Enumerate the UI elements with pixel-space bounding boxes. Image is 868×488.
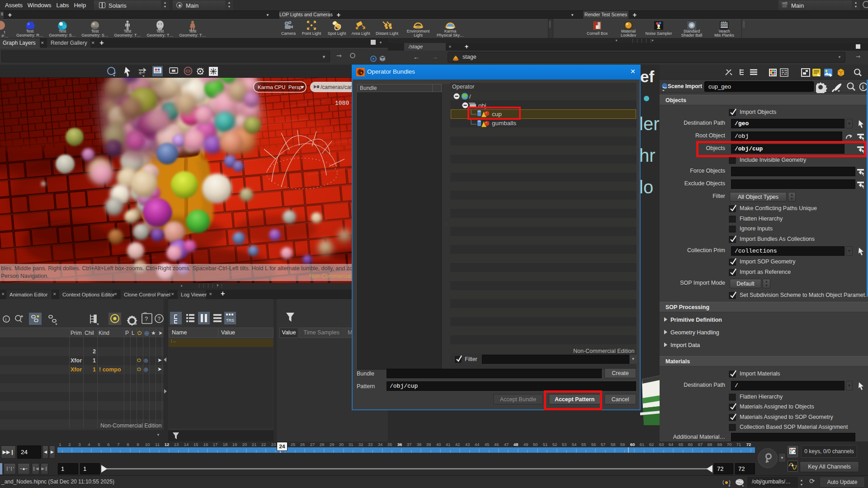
svg-text:Karma CPU Persp: Karma CPU Persp — [258, 84, 302, 90]
svg-text:i: i — [5, 317, 7, 322]
svg-text:Person Navigation.: Person Navigation. — [1, 273, 49, 279]
svg-text:Non-Commercial: Non-Commercial — [309, 273, 352, 279]
svg-text:TRS: TRS — [226, 318, 234, 323]
svg-text:bles. Middle pans. Right dolli: bles. Middle pans. Right dollies. Ctrl+A… — [1, 265, 368, 272]
svg-text:?: ? — [145, 315, 148, 322]
svg-text:i: i — [862, 84, 864, 90]
svg-text:/cameras/cam: /cameras/cam — [321, 84, 354, 90]
svg-text:?: ? — [158, 316, 161, 322]
svg-text:1080: 1080 — [335, 100, 349, 107]
